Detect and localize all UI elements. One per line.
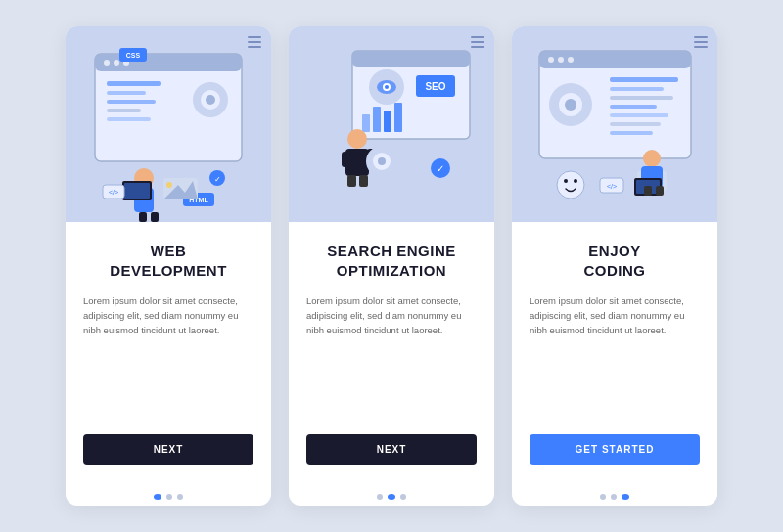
svg-point-14: [206, 95, 215, 105]
card-content-coding: ENJOYCODING Lorem ipsum dolor sit amet c…: [512, 222, 717, 484]
card-illustration-coding: </>: [512, 26, 717, 222]
svg-rect-45: [342, 152, 351, 167]
svg-rect-65: [610, 131, 653, 135]
svg-rect-40: [373, 107, 381, 132]
dot-3: [400, 494, 406, 500]
svg-rect-9: [107, 100, 156, 104]
svg-point-57: [558, 57, 564, 63]
svg-point-75: [564, 179, 568, 183]
card-title-web-dev: WEBDEVELOPMENT: [83, 242, 253, 280]
card-seo: SEO: [289, 26, 494, 506]
svg-rect-60: [610, 87, 664, 91]
dot-1: [377, 494, 383, 500]
svg-rect-10: [107, 109, 141, 112]
card-coding: </> ENJOYCODING Lorem ipsum dolor sit am…: [512, 26, 717, 506]
svg-rect-8: [107, 91, 146, 95]
svg-rect-7: [107, 81, 161, 86]
svg-rect-64: [610, 122, 661, 126]
pagination-dots-coding: [512, 484, 717, 506]
svg-text:✓: ✓: [214, 175, 221, 184]
svg-point-2: [104, 60, 110, 66]
svg-rect-39: [362, 114, 370, 132]
card-title-coding: ENJOYCODING: [530, 242, 700, 280]
svg-point-56: [548, 57, 554, 63]
dot-3: [622, 494, 629, 500]
card-content-web-dev: WEBDEVELOPMENT Lorem ipsum dolor sit ame…: [66, 222, 271, 484]
svg-rect-42: [394, 103, 402, 132]
svg-rect-52: [347, 175, 356, 187]
next-button-seo[interactable]: NEXT: [306, 434, 477, 465]
pagination-dots-seo: [289, 484, 494, 506]
svg-point-38: [385, 85, 389, 89]
card-desc-web-dev: Lorem ipsum dolor sit amet consecte, adi…: [83, 293, 253, 419]
dot-1: [600, 494, 606, 500]
svg-rect-59: [610, 77, 678, 82]
pagination-dots-web-dev: [66, 484, 271, 506]
dot-3: [177, 494, 183, 500]
svg-point-68: [565, 99, 576, 111]
dot-2: [611, 494, 617, 500]
svg-rect-32: [352, 51, 470, 66]
svg-text:CSS: CSS: [126, 52, 141, 59]
svg-rect-79: [644, 186, 652, 196]
svg-rect-63: [610, 113, 668, 117]
svg-rect-61: [610, 96, 673, 100]
svg-point-74: [557, 171, 584, 199]
svg-text:</>: </>: [607, 183, 617, 190]
svg-rect-41: [384, 111, 392, 132]
get-started-button[interactable]: GET STARTED: [530, 434, 700, 465]
card-illustration-seo: SEO: [289, 26, 494, 222]
next-button-web-dev[interactable]: NEXT: [83, 434, 253, 465]
svg-rect-18: [139, 212, 147, 222]
svg-text:✓: ✓: [437, 163, 444, 174]
dot-2: [166, 494, 172, 500]
svg-rect-21: [124, 183, 150, 199]
svg-text:SEO: SEO: [425, 81, 445, 92]
svg-point-49: [378, 157, 386, 165]
dot-2: [388, 494, 395, 500]
svg-rect-19: [151, 212, 159, 222]
cards-container: CSS: [36, 0, 747, 532]
svg-rect-53: [359, 175, 368, 187]
svg-point-43: [347, 129, 367, 149]
card-desc-seo: Lorem ipsum dolor sit amet consecte, adi…: [306, 293, 477, 419]
svg-point-70: [643, 150, 661, 167]
svg-rect-62: [610, 105, 657, 109]
card-title-seo: SEARCH ENGINEOPTIMIZATION: [306, 242, 477, 280]
svg-text:</>: </>: [109, 189, 118, 196]
card-content-seo: SEARCH ENGINEOPTIMIZATION Lorem ipsum do…: [289, 222, 494, 484]
svg-point-30: [166, 182, 172, 188]
svg-rect-80: [656, 186, 664, 196]
card-illustration-web-dev: CSS: [66, 26, 271, 222]
card-web-dev: CSS: [66, 26, 271, 506]
svg-point-58: [568, 57, 574, 63]
card-desc-coding: Lorem ipsum dolor sit amet consecte, adi…: [530, 293, 700, 419]
svg-point-76: [574, 179, 577, 183]
svg-rect-11: [107, 117, 151, 121]
dot-1: [154, 494, 161, 500]
svg-point-3: [114, 60, 119, 66]
